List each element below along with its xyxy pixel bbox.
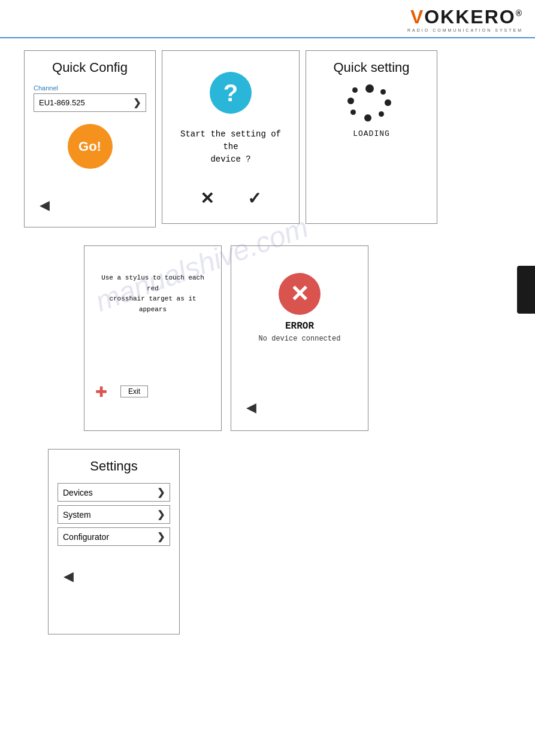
configurator-label: Configurator (63, 532, 109, 542)
question-mark: ? (223, 80, 238, 107)
dot-7 (347, 98, 354, 104)
go-button[interactable]: Go! (68, 124, 113, 169)
row-3: Settings Devices ❯ System ❯ Configurator… (48, 449, 511, 634)
quick-setting-panel: Quick setting LOADING (306, 50, 437, 224)
right-tab (517, 266, 535, 314)
settings-menu-item-configurator[interactable]: Configurator ❯ (58, 527, 170, 546)
logo-text: VOKKERO® (410, 6, 523, 28)
row-2: Use a stylus to touch each red crosshair… (84, 245, 511, 431)
settings-footer: ◀ (58, 564, 170, 589)
quick-setting-title: Quick setting (315, 60, 428, 75)
calibration-text: Use a stylus to touch each red crosshair… (93, 273, 212, 315)
error-x-icon: ✕ (290, 281, 309, 307)
confirm-button[interactable]: ✓ (247, 189, 261, 208)
settings-back-arrow-icon[interactable]: ◀ (64, 569, 74, 584)
exit-button[interactable]: Exit (120, 385, 148, 397)
channel-select[interactable]: EU1-869.525 ❯ (34, 93, 146, 112)
logo-subtitle: RADIO COMMUNICATION SYSTEM (407, 28, 523, 32)
back-arrow-icon[interactable]: ◀ (40, 198, 50, 213)
dot-6 (350, 110, 356, 115)
dot-5 (364, 114, 371, 122)
configurator-chevron-icon: ❯ (157, 531, 165, 542)
question-icon: ? (210, 72, 252, 114)
channel-value: EU1-869.525 (39, 98, 85, 107)
devices-chevron-icon: ❯ (157, 487, 165, 498)
error-back-arrow-icon[interactable]: ◀ (246, 400, 256, 415)
error-message: No device connected (259, 335, 341, 343)
confirm-dialog-panel: ? Start the setting of the device ? ✕ ✓ (162, 50, 300, 224)
main-content: manualshive.com Quick Config Channel EU1… (0, 38, 535, 646)
dot-4 (379, 111, 384, 117)
header: VOKKERO® RADIO COMMUNICATION SYSTEM (0, 0, 535, 38)
settings-menu-item-devices[interactable]: Devices ❯ (58, 483, 170, 502)
error-icon: ✕ (279, 273, 321, 315)
devices-label: Devices (63, 488, 93, 497)
dot-3 (385, 99, 391, 106)
confirm-buttons: ✕ ✓ (171, 183, 290, 214)
settings-menu: Devices ❯ System ❯ Configurator ❯ (58, 483, 170, 546)
settings-panel: Settings Devices ❯ System ❯ Configurator… (48, 449, 180, 634)
settings-menu-item-system[interactable]: System ❯ (58, 505, 170, 524)
quick-config-panel: Quick Config Channel EU1-869.525 ❯ Go! ◀ (24, 50, 156, 227)
logo: VOKKERO® RADIO COMMUNICATION SYSTEM (407, 6, 523, 32)
channel-label: Channel (34, 84, 146, 92)
system-label: System (63, 510, 91, 520)
settings-title: Settings (58, 459, 170, 474)
error-title: ERROR (285, 321, 314, 332)
loading-spinner (347, 84, 395, 126)
logo-reg: ® (516, 8, 523, 18)
calibration-panel: Use a stylus to touch each red crosshair… (84, 245, 222, 431)
row-1: Quick Config Channel EU1-869.525 ❯ Go! ◀… (24, 50, 511, 227)
quick-config-title: Quick Config (34, 60, 146, 75)
error-footer: ◀ (240, 394, 262, 421)
dot-2 (380, 89, 386, 95)
system-chevron-icon: ❯ (157, 509, 165, 520)
dot-1 (365, 84, 374, 93)
cancel-button[interactable]: ✕ (200, 189, 214, 208)
confirm-text: Start the setting of the device ? (171, 128, 290, 166)
quick-config-footer: ◀ (34, 187, 146, 218)
dot-8 (352, 87, 358, 93)
error-panel: ✕ ERROR No device connected ◀ (231, 245, 368, 431)
channel-chevron-icon: ❯ (133, 97, 141, 108)
logo-brand: OKKERO (424, 6, 515, 28)
crosshair-icon: ✚ (95, 384, 107, 400)
logo-v: V (410, 6, 424, 28)
loading-text: LOADING (315, 129, 428, 138)
